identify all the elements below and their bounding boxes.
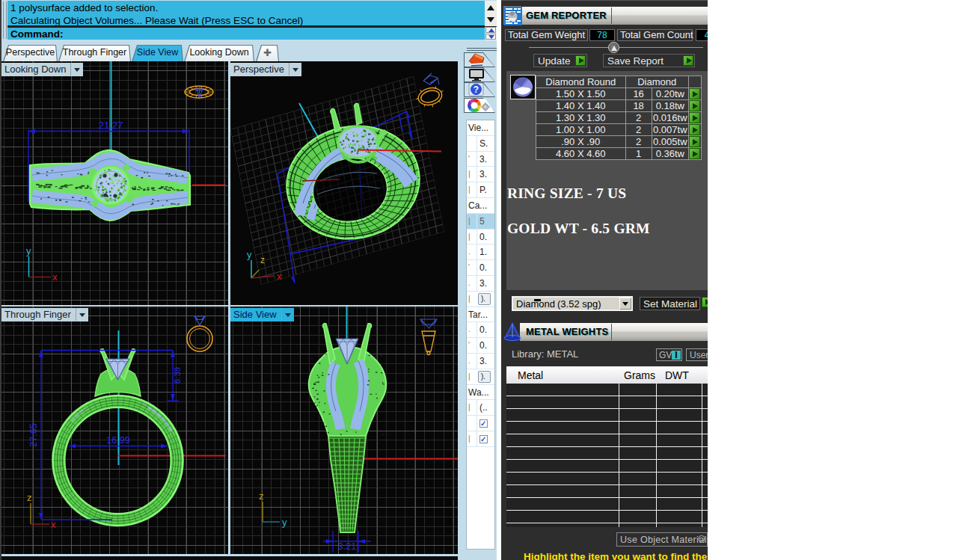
svg-text:3.21: 3.21 <box>338 541 356 552</box>
svg-text:?: ? <box>474 84 479 95</box>
svg-text:x: x <box>51 519 56 530</box>
svg-text:y: y <box>247 249 252 260</box>
svg-text:6.39: 6.39 <box>173 367 182 384</box>
svg-text:x: x <box>277 271 282 282</box>
svg-text:21.27: 21.27 <box>99 120 123 131</box>
svg-text:z: z <box>260 255 265 265</box>
svg-text:16.99: 16.99 <box>106 435 129 446</box>
svg-text:z: z <box>27 492 32 503</box>
svg-text:z: z <box>259 490 264 502</box>
svg-text:27.65: 27.65 <box>28 423 39 446</box>
svg-text:x: x <box>52 271 58 283</box>
svg-text:y: y <box>282 517 287 528</box>
svg-text:y: y <box>26 245 31 256</box>
